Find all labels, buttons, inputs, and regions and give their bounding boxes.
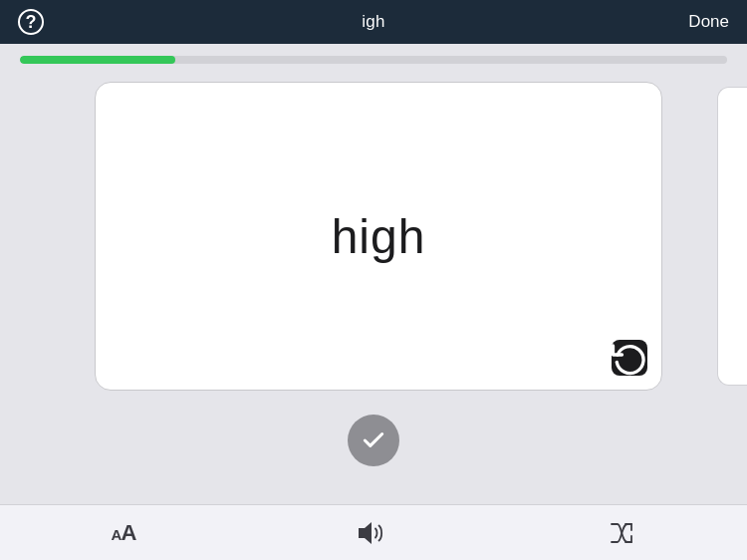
header-title: igh	[362, 12, 385, 32]
check-area	[0, 401, 747, 476]
sound-icon	[358, 521, 385, 545]
help-button[interactable]: ?	[18, 9, 44, 35]
progress-area	[0, 44, 747, 72]
sound-button[interactable]	[338, 513, 405, 553]
card-word: high	[332, 209, 426, 264]
progress-fill	[20, 56, 175, 64]
shuffle-button[interactable]	[588, 513, 655, 553]
svg-marker-0	[359, 522, 372, 544]
done-button[interactable]: Done	[688, 12, 729, 32]
progress-track	[20, 56, 727, 64]
flashcard[interactable]: high	[95, 82, 662, 391]
cards-area: high	[0, 72, 747, 401]
font-size-button[interactable]: AA	[92, 512, 156, 554]
card-peek-right	[717, 87, 747, 386]
flip-button[interactable]	[612, 340, 647, 376]
check-button[interactable]	[348, 415, 399, 466]
shuffle-icon	[608, 521, 635, 545]
font-size-icon: AA	[112, 520, 136, 546]
header: ? igh Done	[0, 0, 747, 44]
bottom-toolbar: AA	[0, 504, 747, 560]
